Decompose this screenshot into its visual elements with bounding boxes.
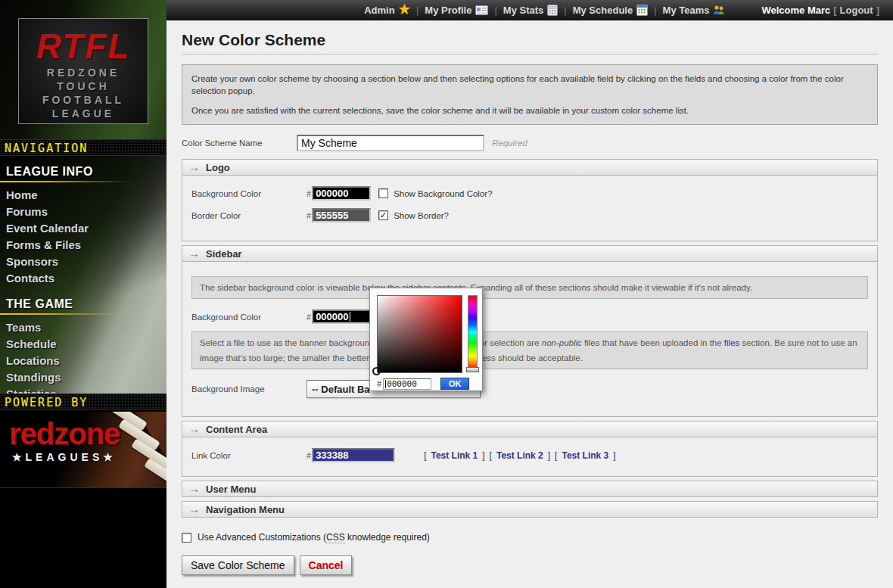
banner-note-line-2: image that's too large; the smaller the … [200,353,860,363]
menu-my-stats-label: My Stats [503,5,543,16]
cancel-button[interactable]: Cancel [300,555,353,575]
link-color-row: Link Color # 333388 [ Test Link 1 ] [ Te… [191,448,868,462]
gold-divider [0,181,136,182]
advanced-customizations-checkbox[interactable] [182,533,191,543]
hue-slider-handle[interactable] [466,367,479,372]
sidebar-item-contacts[interactable]: Contacts [6,270,166,287]
league-logo-line: FOOTBALL [19,93,148,107]
section-header-navigation-menu[interactable]: → Navigation Menu [182,501,878,518]
sidebar-field-photo: RTFL REDZONE TOUCH FOOTBALL LEAGUE [0,0,166,139]
section-header-content-area[interactable]: → Content Area [182,421,878,437]
profile-card-icon [475,5,488,15]
logo-background-color-row: Background Color # 000000 Show Backgroun… [191,186,868,201]
link-color-input[interactable]: 333388 [312,448,395,462]
picker-hex-value: 000000 [387,379,417,389]
logout-bracket: ] [876,5,879,16]
sidebar-item-teams[interactable]: Teams [6,319,166,336]
powered-by-label: POWERED BY [5,396,88,409]
sidebar-item-event-calendar[interactable]: Event Calendar [6,220,166,237]
sidebar-background-color-input[interactable]: 000000 [312,310,371,324]
menu-my-schedule[interactable]: My Schedule [573,5,648,16]
sidebar-item-forms-files[interactable]: Forms & Files [6,237,166,254]
hash-prefix: # [306,211,311,220]
bracket: [ [490,450,492,461]
logout-link[interactable]: Logout [840,5,873,16]
saturation-value-gradient[interactable] [377,295,462,373]
show-border-checkbox[interactable]: ✓ [378,210,388,220]
sidebar-background-color-value: 000000 [316,311,348,322]
border-color-label: Border Color [191,211,306,220]
leagues-wordmark: ★LEAGUES★ [12,451,117,463]
section-header-logo[interactable]: → Logo [182,159,878,176]
link-color-label: Link Color [191,451,306,460]
hash-prefix: # [306,313,311,322]
logo-border-color-value: 555555 [316,210,348,221]
league-logo-line: REDZONE [19,66,148,79]
menu-my-profile-label: My Profile [425,5,471,16]
hash-prefix: # [377,379,381,388]
sidebar-item-forums[interactable]: Forums [6,204,166,220]
sidebar-item-locations[interactable]: Locations [6,353,166,369]
arrow-right-icon: → [188,248,200,259]
sidebar-background-color-row: Background Color # 000000 [191,310,868,324]
section-title-user-menu: User Menu [206,484,256,495]
navigation-ribbon-label: NAVIGATION [5,142,88,155]
sidebar-item-home[interactable]: Home [6,187,166,204]
sidebar-note-box: The sidebar background color is viewable… [191,276,868,299]
section-body-content-area: Link Color # 333388 [ Test Link 1 ] [ Te… [182,437,878,477]
action-buttons: Save Color Scheme Cancel [182,555,878,575]
menu-separator: | [494,5,496,16]
logo-background-color-input[interactable]: 000000 [312,186,371,201]
files-link[interactable]: files [724,338,739,347]
picker-ok-button[interactable]: OK [440,378,469,390]
sidebar-item-schedule[interactable]: Schedule [6,336,166,353]
sidebar-item-sponsors[interactable]: Sponsors [6,254,166,270]
color-scheme-name-input[interactable] [297,135,484,151]
banner-note-text: files that have been uploaded in the [582,338,724,347]
league-logo-acronym: RTFL [19,26,148,66]
banner-note-line-1: Select a file to use as the banner backg… [200,338,860,348]
sidebar-item-standings[interactable]: Standings [6,369,166,386]
sidebar-nav: LEAGUE INFO Home Forums Event Calendar F… [0,156,166,394]
bracket: [ [555,450,557,461]
text-cursor [350,312,350,322]
menu-my-teams[interactable]: My Teams [663,5,726,16]
banner-note-box: Select a file to use as the banner backg… [191,331,868,369]
league-logo: RTFL REDZONE TOUCH FOOTBALL LEAGUE [18,18,148,124]
required-note: Required [492,138,527,148]
hue-slider-bar[interactable] [468,295,478,369]
people-icon [713,5,725,15]
calculator-icon [547,5,558,16]
bracket: ] [548,450,550,461]
league-logo-line: LEAGUE [19,107,148,120]
section-header-sidebar[interactable]: → Sidebar [182,245,878,262]
intro-box: Create your own color scheme by choosing… [182,64,878,125]
picker-hex-input[interactable]: 000000 [383,378,431,390]
section-title-content-area: Content Area [206,424,267,435]
css-abbr: CSS [326,532,345,543]
intro-paragraph-2: Once you are satisfied with the current … [191,104,868,117]
sidebar-header-league-info: LEAGUE INFO [6,165,166,179]
logo-border-color-input[interactable]: 555555 [312,208,371,222]
test-link-2[interactable]: Test Link 2 [496,450,543,461]
color-selection-marker[interactable] [372,367,381,375]
background-color-label: Background Color [191,189,306,198]
main-content: New Color Scheme Create your own color s… [166,20,893,588]
arrow-right-icon: → [188,162,200,173]
color-scheme-name-row: Color Scheme Name Required [182,135,878,151]
powered-by-ribbon: POWERED BY [0,394,166,410]
save-color-scheme-button[interactable]: Save Color Scheme [182,555,294,575]
test-link-1[interactable]: Test Link 1 [431,450,478,461]
advanced-customizations-label: Use Advanced Customizations (CSS knowled… [198,532,430,543]
section-header-user-menu[interactable]: → User Menu [182,481,878,497]
menu-my-stats[interactable]: My Stats [503,5,558,16]
test-link-3[interactable]: Test Link 3 [562,450,608,461]
sidebar: RTFL REDZONE TOUCH FOOTBALL LEAGUE NAVIG… [0,0,166,588]
hash-prefix: # [306,189,311,198]
menu-my-profile[interactable]: My Profile [425,5,488,16]
menu-admin[interactable]: Admin ★ [364,4,410,16]
show-background-color-checkbox[interactable] [378,188,388,198]
section-title-sidebar: Sidebar [206,248,242,260]
redzone-leagues-logo: redzone ★LEAGUES★ [0,412,166,488]
logo-background-color-value: 000000 [316,188,348,199]
